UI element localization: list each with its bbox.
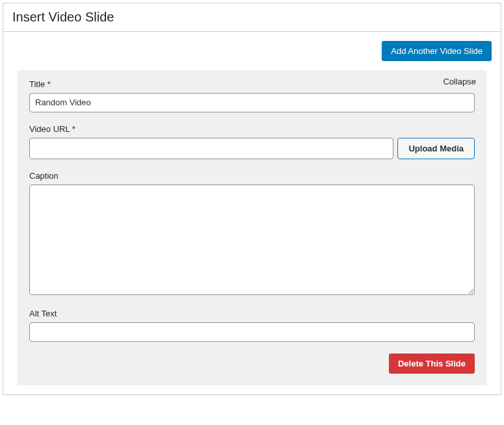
add-another-video-slide-button[interactable]: Add Another Video Slide bbox=[382, 41, 492, 61]
title-input[interactable] bbox=[29, 93, 475, 112]
caption-field-group: Caption bbox=[29, 171, 475, 297]
upload-media-button[interactable]: Upload Media bbox=[397, 138, 475, 159]
alt-text-label: Alt Text bbox=[29, 309, 475, 318]
video-url-row: Upload Media bbox=[29, 138, 475, 159]
alt-text-input[interactable] bbox=[29, 322, 475, 342]
title-field-group: Title * bbox=[29, 79, 475, 112]
header-bar: Insert Video Slide bbox=[3, 3, 501, 32]
content-area: Collapse Title * Video URL * Upload Medi… bbox=[3, 70, 501, 394]
video-url-label: Video URL * bbox=[29, 124, 475, 134]
collapse-toggle[interactable]: Collapse bbox=[443, 77, 476, 86]
add-button-row: Add Another Video Slide bbox=[3, 32, 501, 70]
title-label: Title * bbox=[29, 79, 475, 89]
video-url-field-group: Video URL * Upload Media bbox=[29, 124, 475, 159]
caption-textarea[interactable] bbox=[29, 185, 475, 295]
page-title: Insert Video Slide bbox=[12, 10, 492, 25]
delete-row: Delete This Slide bbox=[29, 354, 475, 374]
video-url-input[interactable] bbox=[29, 138, 393, 159]
slide-panel: Collapse Title * Video URL * Upload Medi… bbox=[18, 70, 486, 385]
video-slide-metabox: Insert Video Slide Add Another Video Sli… bbox=[3, 3, 501, 395]
delete-this-slide-button[interactable]: Delete This Slide bbox=[389, 354, 475, 374]
caption-label: Caption bbox=[29, 171, 475, 181]
alt-text-field-group: Alt Text bbox=[29, 309, 475, 342]
